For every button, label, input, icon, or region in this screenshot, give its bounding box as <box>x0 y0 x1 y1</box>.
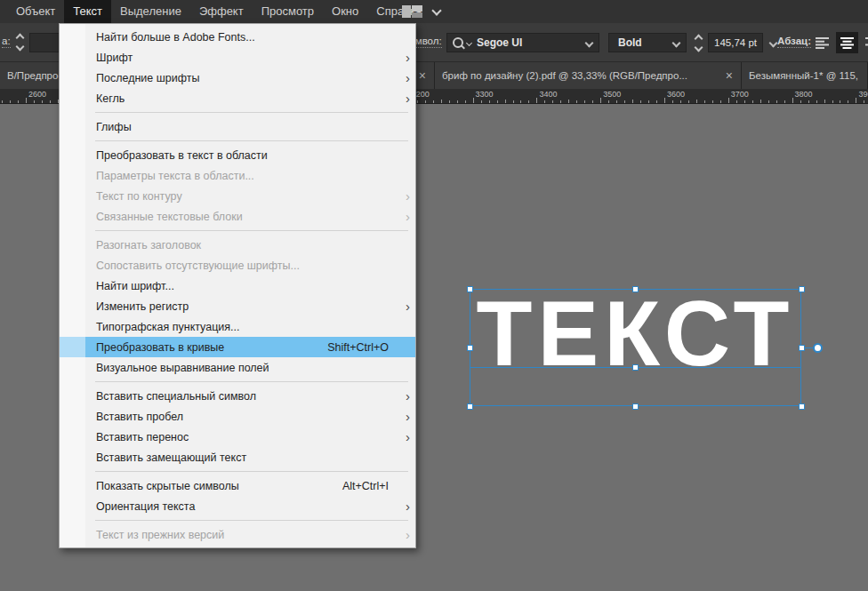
font-search-icon <box>453 37 463 48</box>
ruler-tick <box>688 100 689 103</box>
submenu-arrow-icon: › <box>398 68 410 88</box>
menu-item-label: Типографская пунктуация... <box>96 321 398 333</box>
align-left-button[interactable] <box>811 32 833 53</box>
menu-item-label: Вставить замещающий текст <box>96 451 398 464</box>
menu-item[interactable]: Преобразовать в кривыеShift+Ctrl+O <box>60 337 415 357</box>
ruler-tick <box>632 100 633 103</box>
ruler-tick <box>26 98 27 103</box>
ruler-tick <box>752 100 753 103</box>
selection-handle[interactable] <box>467 403 473 410</box>
menu-item[interactable]: Глифы <box>60 116 415 137</box>
ruler-label: 3500 <box>603 90 621 99</box>
align-right-button[interactable] <box>861 32 868 53</box>
value-stepper[interactable] <box>13 32 26 52</box>
submenu-arrow-icon: › <box>398 427 410 447</box>
selection-handle[interactable] <box>632 364 639 371</box>
ruler-tick <box>800 100 801 103</box>
close-tab-icon[interactable]: × <box>414 62 434 89</box>
menu-item[interactable]: Визуальное выравнивание полей <box>60 357 415 378</box>
menu-item: Разогнать заголовок <box>60 235 415 255</box>
menubar-item[interactable]: Выделение <box>111 0 190 23</box>
font-family-value: Segoe UI <box>477 36 522 49</box>
font-size-value: 145,74 pt <box>714 37 757 48</box>
font-size-field[interactable]: 145,74 pt <box>708 33 763 52</box>
document-tab[interactable]: Безымянный-1* @ 115, <box>742 62 868 89</box>
close-tab-icon[interactable]: × <box>720 62 741 89</box>
ruler-tick <box>712 100 713 103</box>
menubar-items: ОбъектТекстВыделениеЭффектПросмотрОкноСп… <box>7 0 430 23</box>
menu-item[interactable]: Найти больше в Adobe Fonts... <box>60 27 415 47</box>
submenu-arrow-icon: › <box>398 296 410 316</box>
menubar-item[interactable]: Просмотр <box>253 0 323 23</box>
font-size-chevron-icon[interactable] <box>769 39 778 48</box>
menu-item[interactable]: Шрифт› <box>60 47 415 68</box>
menu-item[interactable]: Найти шрифт... <box>60 276 415 296</box>
menu-item-label: Параметры текста в области... <box>96 170 398 182</box>
document-tab[interactable]: бриф по дизайну (2).pdf @ 33,33% (RGB/Пр… <box>435 62 742 89</box>
menu-item-label: Разогнать заголовок <box>96 239 398 252</box>
menu-separator <box>95 230 408 231</box>
menubar-item[interactable]: Окно <box>323 0 367 23</box>
ruler-tick <box>704 100 705 103</box>
selection-handle[interactable] <box>467 345 473 351</box>
ruler-tick <box>864 100 864 103</box>
font-family-select[interactable]: Segoe UI <box>446 33 599 52</box>
selection-handle[interactable] <box>799 286 805 292</box>
menu-item[interactable]: Преобразовать в текст в области <box>60 145 415 165</box>
ruler-tick <box>680 100 681 103</box>
paragraph-label[interactable]: Абзац: <box>777 36 811 48</box>
selection-bounding-box[interactable] <box>470 289 801 406</box>
menu-item-label: Текст по контуру <box>96 190 398 203</box>
menu-item[interactable]: Вставить пробел› <box>60 406 415 427</box>
align-left-icon <box>815 36 830 49</box>
selection-circle-handle[interactable] <box>813 343 823 353</box>
selection-handle[interactable] <box>632 286 639 292</box>
menu-item[interactable]: Показать скрытые символыAlt+Ctrl+I <box>60 475 415 496</box>
ruler-tick <box>34 100 35 103</box>
selection-handle[interactable] <box>799 403 805 410</box>
selection-handle[interactable] <box>799 345 805 351</box>
document-tab-title: Безымянный-1* @ 115, <box>742 70 867 81</box>
align-center-button[interactable] <box>836 32 858 53</box>
menu-item[interactable]: Вставить замещающий текст <box>60 447 415 467</box>
menu-item[interactable]: Вставить перенос› <box>60 427 415 447</box>
ruler-tick <box>520 100 521 103</box>
menu-item-label: Текст из прежних версий <box>96 529 398 541</box>
ruler-tick <box>640 100 641 103</box>
ruler-tick <box>616 100 617 103</box>
menu-item-label: Кегль <box>96 92 398 105</box>
ruler-tick <box>848 100 848 103</box>
menubar-item[interactable]: Объект <box>7 0 64 23</box>
submenu-arrow-icon: › <box>398 406 410 427</box>
ruler-tick <box>600 98 601 103</box>
menu-item[interactable]: Кегль› <box>60 88 415 108</box>
ruler-tick <box>760 100 761 103</box>
menu-item[interactable]: Вставить специальный символ› <box>60 386 415 406</box>
workspace-chevron-down-icon[interactable] <box>431 5 441 15</box>
ruler-tick <box>744 100 745 103</box>
clipped-left-label[interactable]: а: <box>2 36 11 48</box>
ruler-tick <box>728 98 729 103</box>
font-style-select[interactable]: Bold <box>608 33 687 52</box>
ruler-tick <box>656 100 657 103</box>
selection-handle[interactable] <box>467 286 473 292</box>
ruler-tick <box>696 100 697 103</box>
selection-handle[interactable] <box>632 403 639 410</box>
menu-item[interactable]: Типографская пунктуация... <box>60 316 415 337</box>
font-family-chevron-icon <box>585 38 594 47</box>
ruler-tick <box>449 100 450 103</box>
ruler-tick <box>584 100 585 103</box>
menubar-item[interactable]: Текст <box>64 0 111 23</box>
ruler-tick <box>808 100 809 103</box>
menu-item[interactable]: Ориентация текста› <box>60 496 415 516</box>
font-size-stepper[interactable] <box>692 33 704 52</box>
menu-item[interactable]: Изменить регистр› <box>60 296 415 316</box>
menubar-item[interactable]: Эффект <box>190 0 253 23</box>
ruler-tick <box>720 100 721 103</box>
menu-item[interactable]: Последние шрифты› <box>60 68 415 88</box>
menu-item-label: Ориентация текста <box>96 500 398 513</box>
menu-item-label: Вставить пробел <box>96 411 398 423</box>
menu-separator <box>95 112 408 113</box>
menu-item: Параметры текста в области... <box>60 165 415 186</box>
workspace-switcher-icon[interactable] <box>402 5 423 18</box>
